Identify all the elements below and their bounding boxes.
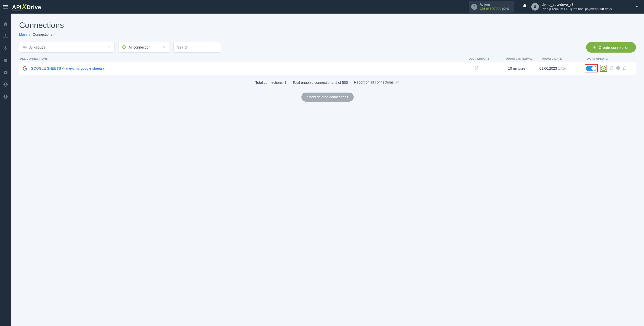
col-interval: UPDATE INTERVAL [499,57,539,60]
groups-label: All groups [29,45,45,49]
sidebar-briefcase[interactable] [3,57,9,63]
notifications-icon[interactable] [522,4,527,10]
auto-update-toggle[interactable] [586,66,596,71]
main-content: Connections Main / Connections All group… [11,14,644,326]
connection-filter-dropdown[interactable]: All connection [118,42,170,53]
run-now-button[interactable] [601,66,606,71]
create-connection-button[interactable]: Create connection [586,42,636,53]
sidebar-billing[interactable] [3,45,9,51]
sidebar-home[interactable] [3,21,9,27]
summary: Total connections: 1 Total enabled conne… [19,80,636,85]
svg-point-2 [5,83,6,85]
chevron-down-icon [107,45,111,50]
breadcrumb: Main / Connections [19,32,636,36]
connection-row: GOOGLE SHEETS -> (keycrm, google sheets)… [19,62,636,75]
log-icon[interactable] [474,66,479,71]
col-log: LOG / ERRORS [459,57,499,60]
create-button-label: Create connection [599,45,629,50]
connection-name[interactable]: GOOGLE SHEETS -> (keycrm, google sheets) [31,66,456,70]
trash-icon[interactable] [622,66,627,71]
breadcrumb-current: Connections [33,32,52,36]
col-name: ALL CONNECTIONS [20,57,459,60]
filter-bar: All groups All connection Create connect… [19,42,636,53]
logo[interactable]: APIXDrive [12,3,41,11]
summary-enabled: Total enabled connections: 1 of 500 [293,80,348,85]
app-header: APIXDrive i Actions: 226 of 100'000 (0%)… [0,0,644,14]
show-deleted-button[interactable]: Show deleted connections [301,93,353,102]
connection-filter-label: All connection [129,45,150,49]
sidebar-connections[interactable] [3,33,9,39]
actions-text: Actions: 226 of 100'000 (0%) [480,3,509,11]
sidebar-help[interactable] [3,94,9,100]
copy-icon[interactable] [609,66,614,71]
sidebar [0,14,11,326]
interval-value: 10 minutes [497,66,537,70]
highlight-toggle [585,64,598,72]
user-info: demo_apix-drive_s3 Plan |Premium PRO| le… [542,2,612,11]
table-header: ALL CONNECTIONS LOG / ERRORS UPDATE INTE… [19,57,636,62]
search-field[interactable] [173,42,221,53]
col-auto: AUTO UPDATE [587,57,635,60]
google-icon [23,66,27,71]
groups-dropdown[interactable]: All groups [19,42,115,53]
col-date: UPDATE DATE [539,57,587,60]
sidebar-account[interactable] [3,82,9,88]
report-icon[interactable] [396,80,400,84]
highlight-run [600,65,607,72]
sidebar-video[interactable] [3,69,9,75]
search-input[interactable] [177,45,217,49]
folder-icon [23,45,27,50]
menu-toggle[interactable] [0,0,11,14]
avatar-icon [531,3,539,11]
chevron-down-icon [635,4,639,9]
user-menu[interactable]: demo_apix-drive_s3 Plan |Premium PRO| le… [531,2,641,11]
info-icon: i [471,4,477,10]
gear-icon[interactable] [616,66,620,71]
chevron-down-icon [163,45,166,50]
actions-counter[interactable]: i Actions: 226 of 100'000 (0%) [469,1,514,13]
play-icon [122,45,126,50]
summary-total: Total connections: 1 [255,80,287,85]
summary-report: Report on all connections: [354,80,400,85]
date-value: 01.06.2023 17:54 [537,66,585,70]
breadcrumb-main[interactable]: Main [19,32,27,36]
page-title: Connections [19,21,636,30]
